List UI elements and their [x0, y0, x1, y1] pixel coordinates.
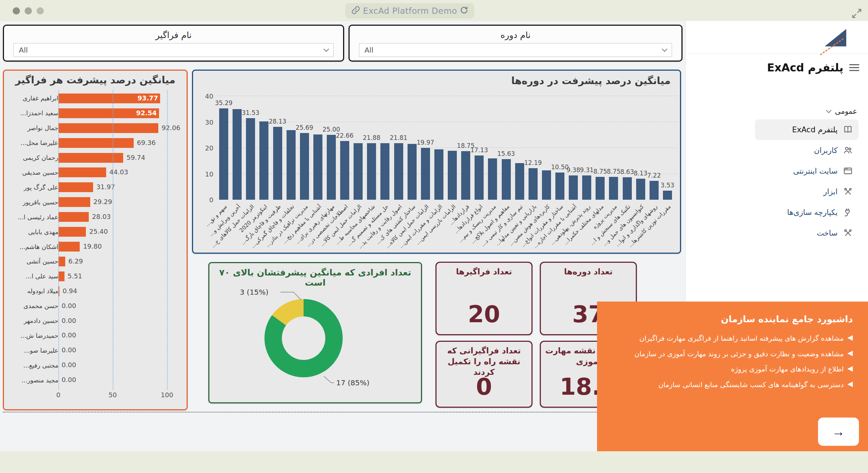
page-title: ExcAd Platform Demo: [363, 6, 457, 16]
chevron-down-icon: [826, 107, 832, 113]
learner-name: حسین دادمهر: [7, 317, 58, 324]
sidebar-item-users[interactable]: کاربران: [755, 140, 859, 161]
sidebar-section-general[interactable]: عمومی: [827, 107, 857, 116]
course-bar[interactable]: [259, 121, 268, 200]
learner-row: مجید منصور...0.00: [7, 373, 186, 387]
browser-icon: [843, 166, 853, 176]
learner-gridline: [58, 90, 59, 390]
course-bar[interactable]: [582, 175, 591, 200]
donut-label-green: 17 (85%): [336, 378, 370, 387]
course-bar[interactable]: [475, 155, 484, 200]
sidebar-divider: [686, 53, 868, 54]
learner-bar[interactable]: [58, 182, 93, 192]
learner-bar-value: 0.00: [62, 346, 76, 354]
refresh-icon[interactable]: [460, 6, 468, 16]
course-bar[interactable]: [623, 177, 632, 200]
filter-learner-value: All: [19, 46, 28, 54]
sidebar-section-label: عمومی: [835, 107, 857, 116]
sidebar-item-tools[interactable]: ساخت: [755, 223, 859, 243]
learner-bar[interactable]: [58, 212, 89, 222]
learner-chart-title: میانگین درصد پیشرفت هر فراگیر: [4, 71, 187, 86]
overlay-bullet: مشاهده وضعیت و نظارت دقیق و جزئی بر روند…: [612, 349, 853, 359]
learner-bar-value: 0.00: [62, 317, 76, 324]
learner-bar[interactable]: [58, 257, 65, 266]
course-bar[interactable]: [408, 144, 417, 200]
course-bar[interactable]: [421, 148, 430, 200]
course-bar[interactable]: [555, 173, 564, 200]
learner-gridline: [167, 90, 168, 390]
learner-bar-value: 29.29: [93, 198, 112, 206]
filter-course-dropdown[interactable]: All: [359, 43, 672, 57]
learner-gridline: [113, 90, 113, 390]
course-bar[interactable]: [394, 143, 403, 200]
course-bar[interactable]: [515, 163, 524, 200]
overlay-bullet-text: دسترسی به گواهینامه های کسب شایستگی مناب…: [658, 380, 844, 390]
learner-bar[interactable]: [58, 123, 158, 133]
course-bar[interactable]: [273, 127, 282, 200]
hamburger-menu-icon[interactable]: [849, 62, 859, 73]
course-bar[interactable]: [219, 108, 228, 200]
filter-learner-title: نام فراگیر: [4, 26, 343, 40]
learner-row: اشکان هاشم...19.80: [7, 239, 186, 254]
window-control-dot-3[interactable]: [37, 7, 44, 14]
window-control-dot-1[interactable]: [13, 7, 20, 14]
learner-bar-value: 44.03: [109, 168, 128, 176]
learner-name: علیرضا محل...: [7, 139, 58, 146]
course-bar[interactable]: [461, 151, 470, 200]
course-bar[interactable]: [246, 118, 255, 200]
learner-bar[interactable]: [58, 197, 90, 207]
app-window: ExcAd Platform Demo نام فراگیر All نام د…: [0, 0, 868, 473]
course-bar-value: 19.97: [410, 139, 441, 146]
course-bar[interactable]: [609, 177, 618, 200]
learner-bar[interactable]: [58, 138, 134, 148]
course-bar[interactable]: [542, 170, 551, 200]
sidebar-item-tools[interactable]: ابزار: [755, 181, 859, 202]
overlay-bullet: دسترسی به گواهینامه های کسب شایستگی مناب…: [612, 380, 853, 390]
sidebar-item-plug[interactable]: یکپارچه سازی‌ها: [755, 202, 859, 223]
learner-row: میلاد ابودوله0.94: [7, 284, 186, 299]
sidebar-item-book[interactable]: پلتفرم ExAcd: [755, 119, 859, 140]
chevron-down-icon: [324, 46, 329, 52]
tools-icon: [843, 187, 853, 197]
page-boundary-dotted-line: [3, 412, 681, 412]
course-bar[interactable]: [502, 159, 511, 200]
overlay-next-button[interactable]: →: [818, 418, 859, 446]
course-bar[interactable]: [354, 143, 363, 200]
course-bar[interactable]: [569, 175, 578, 200]
course-bar[interactable]: [327, 135, 336, 200]
course-bar[interactable]: [636, 179, 645, 200]
course-bar[interactable]: [488, 158, 497, 200]
donut-label-yellow: 3 (15%): [240, 288, 268, 296]
course-bar[interactable]: [233, 109, 242, 200]
course-bar[interactable]: [313, 134, 322, 200]
sidebar-item-label: یکپارچه سازی‌ها: [787, 208, 838, 217]
donut-ring[interactable]: [264, 299, 343, 377]
learner-bar[interactable]: [58, 242, 80, 252]
course-bar[interactable]: [380, 143, 389, 200]
course-bar[interactable]: [663, 191, 672, 200]
learner-bar[interactable]: [58, 227, 86, 237]
window-control-dot-2[interactable]: [25, 7, 32, 14]
url-bar[interactable]: ExcAd Platform Demo: [345, 3, 474, 18]
learner-name: سید علی ا...: [7, 273, 58, 280]
course-bar[interactable]: [300, 133, 309, 200]
expand-icon[interactable]: [851, 8, 862, 20]
sidebar-item-browser[interactable]: سایت اینترنتی: [755, 161, 859, 181]
course-bar[interactable]: [529, 168, 538, 200]
course-bar[interactable]: [596, 177, 605, 200]
learner-row: علیرضا محل...69.36: [7, 136, 186, 150]
course-bar[interactable]: [434, 149, 443, 200]
course-bar[interactable]: [287, 130, 296, 200]
course-bar[interactable]: [448, 151, 457, 200]
course-bar[interactable]: [340, 141, 349, 200]
course-bar[interactable]: [367, 143, 376, 200]
learner-row: حمیدرضا ش...0.00: [7, 328, 186, 343]
overlay-bullet: مشاهده گزارش های پیشرفته اساتید راهنما ا…: [612, 334, 853, 343]
learner-bar-value: 0.00: [62, 331, 76, 339]
learner-bar[interactable]: [58, 153, 123, 163]
filter-learner-dropdown[interactable]: All: [13, 43, 334, 57]
learner-row: جمال نواصر92.06: [7, 121, 186, 136]
learner-bar[interactable]: [58, 271, 64, 281]
learner-bar-value: 28.03: [92, 213, 111, 220]
learner-bar[interactable]: [58, 167, 106, 177]
